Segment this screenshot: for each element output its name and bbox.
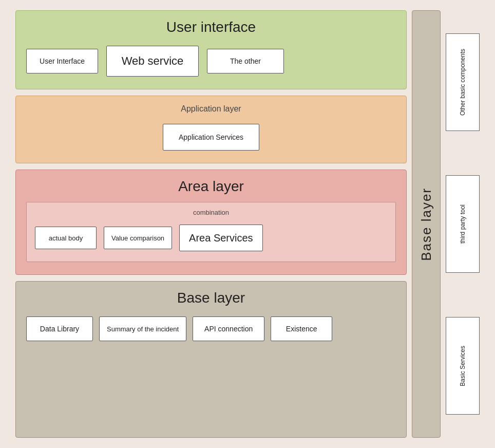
other-basic-card[interactable]: Other basic components bbox=[446, 33, 480, 131]
app-cards-row: Application Services bbox=[26, 124, 396, 151]
data-library-card[interactable]: Data Library bbox=[26, 316, 93, 341]
user-interface-card[interactable]: User Interface bbox=[26, 49, 98, 73]
right-section: Base layer Other basic components third … bbox=[412, 10, 480, 438]
the-other-card[interactable]: The other bbox=[207, 49, 284, 73]
user-interface-title: User interface bbox=[26, 19, 396, 35]
basic-services-card[interactable]: Basic Services bbox=[446, 317, 480, 415]
area-inner-title: combination bbox=[35, 209, 387, 216]
application-layer-subtitle: Application layer bbox=[26, 104, 396, 114]
actual-body-card[interactable]: actual body bbox=[35, 227, 97, 249]
area-layer: Area layer combination actual body Value… bbox=[15, 170, 407, 275]
third-party-card[interactable]: third party tool bbox=[446, 175, 480, 273]
left-content: User interface User Interface Web servic… bbox=[15, 10, 407, 438]
summary-card[interactable]: Summary of the incident bbox=[99, 316, 186, 341]
third-party-card-text: third party tool bbox=[459, 204, 467, 244]
right-sidebar-cards: Other basic components third party tool … bbox=[446, 10, 480, 438]
ui-cards-row: User Interface Web service The other bbox=[26, 46, 396, 77]
basic-services-card-text: Basic Services bbox=[459, 346, 467, 386]
user-interface-layer: User interface User Interface Web servic… bbox=[15, 10, 407, 89]
base-layer: Base layer Data Library Summary of the i… bbox=[15, 281, 407, 438]
area-cards-row: actual body Value comparison Area Servic… bbox=[35, 225, 387, 251]
area-layer-title: Area layer bbox=[26, 178, 396, 195]
base-cards-row: Data Library Summary of the incident API… bbox=[26, 316, 396, 341]
base-layer-vertical: Base layer bbox=[412, 10, 441, 438]
other-basic-card-text: Other basic components bbox=[459, 49, 467, 116]
api-connection-card[interactable]: API connection bbox=[193, 316, 264, 341]
existence-card[interactable]: Existence bbox=[271, 316, 332, 341]
area-services-card[interactable]: Area Services bbox=[179, 225, 263, 251]
base-layer-vertical-text: Base layer bbox=[418, 188, 434, 261]
base-layer-title: Base layer bbox=[26, 290, 396, 306]
application-services-card[interactable]: Application Services bbox=[163, 124, 259, 151]
value-comparison-card[interactable]: Value comparison bbox=[104, 227, 172, 249]
application-layer: Application layer Application Services bbox=[15, 96, 407, 163]
web-service-card[interactable]: Web service bbox=[106, 46, 199, 77]
area-inner-box: combination actual body Value comparison… bbox=[26, 202, 396, 262]
